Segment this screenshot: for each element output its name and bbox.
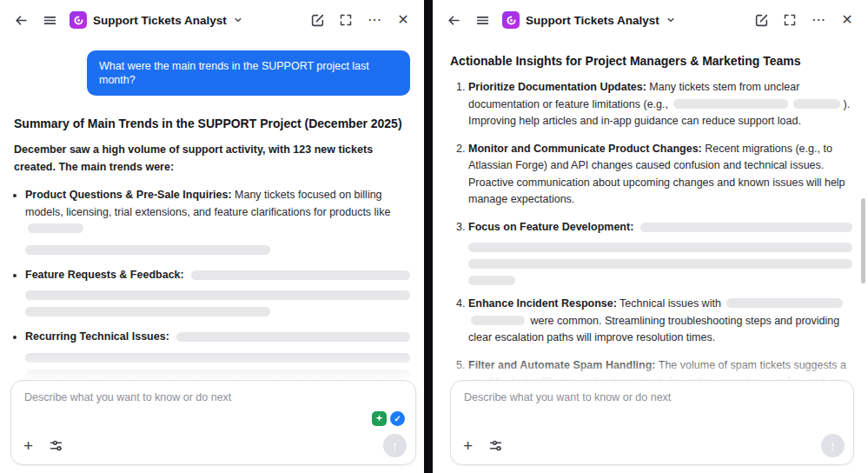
- attach-button[interactable]: +: [463, 437, 473, 454]
- hamburger-icon: [43, 13, 57, 28]
- redacted-text: [468, 243, 852, 252]
- back-button[interactable]: [445, 11, 462, 29]
- redacted-text: [25, 370, 410, 379]
- edit-icon: [310, 13, 325, 28]
- redacted-text: [640, 223, 852, 232]
- hamburger-icon: [475, 13, 490, 28]
- expand-button[interactable]: [781, 11, 798, 29]
- more-options-button[interactable]: ⋯: [366, 11, 383, 29]
- composer: + ↑: [450, 380, 854, 465]
- more-options-button[interactable]: ⋯: [810, 11, 827, 29]
- selected-check-icon[interactable]: ✓: [390, 411, 405, 426]
- conversation-area: Actionable Insights for Project Managers…: [433, 54, 868, 408]
- bullet-label: Feature Requests & Feedback:: [25, 267, 184, 284]
- redacted-text: [191, 270, 410, 280]
- redacted-text: [25, 245, 270, 255]
- fullscreen-icon: [339, 13, 353, 27]
- redacted-text: [28, 223, 83, 233]
- back-arrow-icon: [14, 13, 29, 28]
- list-item: Feature Requests & Feedback:: [25, 267, 410, 317]
- window-header: Support Tickets Analyst ⋯ ✕: [0, 0, 424, 40]
- composer: ✓ + ↑: [10, 380, 416, 465]
- agent-title: Support Tickets Analyst: [93, 14, 227, 27]
- item-label: Filter and Automate Spam Handling:: [468, 359, 656, 371]
- fullscreen-icon: [783, 13, 797, 27]
- user-message-bubble: What were the main trends in the SUPPORT…: [87, 50, 410, 96]
- insights-list: Prioritize Documentation Updates: Many t…: [450, 79, 852, 408]
- chevron-down-icon: [233, 15, 243, 25]
- new-chat-button[interactable]: [308, 11, 326, 29]
- composer-toolbar: + ↑: [463, 434, 845, 457]
- expand-button[interactable]: [337, 11, 354, 29]
- agent-logo-icon: [70, 11, 87, 29]
- section-heading: Summary of Main Trends in the SUPPORT Pr…: [14, 117, 410, 130]
- chevron-down-icon: [666, 15, 676, 25]
- message-input[interactable]: [23, 390, 404, 426]
- menu-button[interactable]: [474, 11, 491, 29]
- list-item: Prioritize Documentation Updates: Many t…: [468, 79, 852, 130]
- agent-logo-icon: [502, 11, 520, 29]
- composer-toolbar: + ↑: [23, 434, 407, 457]
- edit-icon: [754, 13, 769, 28]
- redacted-text: [25, 353, 410, 363]
- redacted-text: [673, 99, 788, 109]
- item-text: Technical issues with: [617, 297, 724, 310]
- list-item: Enhance Incident Response: Technical iss…: [468, 296, 852, 347]
- sliders-icon: [488, 438, 503, 453]
- agent-selector[interactable]: Support Tickets Analyst: [70, 11, 243, 29]
- send-button[interactable]: ↑: [821, 434, 845, 457]
- item-label: Focus on Feature Development:: [468, 219, 633, 236]
- composer-badges: ✓: [372, 411, 405, 426]
- menu-button[interactable]: [41, 11, 58, 29]
- scrollbar-thumb[interactable]: [861, 198, 865, 283]
- close-button[interactable]: ✕: [394, 11, 412, 29]
- window-header: Support Tickets Analyst ⋯ ✕: [433, 0, 868, 40]
- item-label: Prioritize Documentation Updates:: [468, 81, 646, 93]
- chat-window-right: Support Tickets Analyst ⋯ ✕ Actionable I…: [433, 0, 868, 473]
- back-arrow-icon: [447, 13, 461, 28]
- close-button[interactable]: ✕: [838, 11, 856, 29]
- redacted-text: [471, 316, 525, 325]
- item-label: Enhance Incident Response:: [468, 297, 617, 310]
- redacted-text: [726, 298, 843, 308]
- redacted-text: [468, 259, 852, 269]
- tools-button[interactable]: [49, 438, 63, 453]
- window-divider: [424, 0, 433, 473]
- tools-button[interactable]: [488, 438, 503, 453]
- intro-paragraph: December saw a high volume of support ac…: [14, 142, 410, 176]
- agent-title: Support Tickets Analyst: [526, 14, 659, 27]
- send-button[interactable]: ↑: [383, 434, 407, 457]
- list-item: Focus on Feature Development:: [468, 219, 852, 286]
- back-button[interactable]: [12, 11, 30, 29]
- attach-button[interactable]: +: [23, 437, 33, 454]
- app-badge-icon[interactable]: [372, 411, 387, 426]
- redacted-text: [25, 307, 270, 316]
- redacted-text: [793, 99, 840, 109]
- bullet-label: Recurring Technical Issues:: [25, 329, 169, 346]
- list-item: Monitor and Communicate Product Changes:…: [468, 141, 852, 209]
- sliders-icon: [49, 438, 63, 453]
- redacted-text: [25, 290, 410, 300]
- redacted-text: [468, 276, 515, 285]
- chat-window-left: Support Tickets Analyst ⋯ ✕ What were th…: [0, 0, 424, 473]
- message-input[interactable]: [462, 390, 842, 426]
- agent-selector[interactable]: Support Tickets Analyst: [502, 11, 676, 29]
- list-item: Product Questions & Pre-Sale Inquiries: …: [25, 187, 410, 255]
- item-label: Monitor and Communicate Product Changes:: [468, 143, 702, 155]
- new-chat-button[interactable]: [752, 11, 770, 29]
- section-heading: Actionable Insights for Project Managers…: [450, 54, 852, 68]
- bullet-label: Product Questions & Pre-Sale Inquiries:: [25, 189, 232, 201]
- redacted-text: [176, 332, 410, 342]
